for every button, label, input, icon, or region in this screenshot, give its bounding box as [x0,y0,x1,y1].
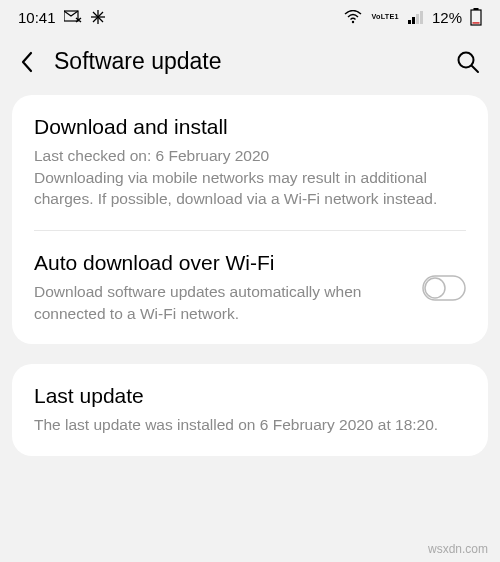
svg-point-13 [459,52,474,67]
message-icon [64,10,82,24]
volte-label: VoLTE1 [371,13,398,21]
settings-card: Download and install Last checked on: 6 … [12,95,488,344]
status-time: 10:41 [18,9,56,26]
status-right: VoLTE1 12% [344,8,482,26]
svg-rect-7 [412,17,415,24]
svg-point-16 [425,278,445,298]
last-update-title: Last update [34,384,466,408]
svg-rect-9 [420,11,423,24]
page-title: Software update [54,48,456,75]
last-update-desc: The last update was installed on 6 Febru… [34,414,466,436]
wifi-icon [344,10,362,24]
download-desc: Last checked on: 6 February 2020 Downloa… [34,145,466,210]
battery-icon [470,8,482,26]
auto-download-toggle[interactable] [422,275,466,301]
svg-rect-8 [416,14,419,24]
status-bar: 10:41 VoLTE1 12% [0,0,500,34]
header: Software update [0,34,500,95]
watermark: wsxdn.com [428,542,488,556]
last-update-card: Last update The last update was installe… [12,364,488,456]
svg-rect-6 [408,20,411,24]
back-button[interactable] [20,51,34,73]
battery-percent: 12% [432,9,462,26]
svg-point-5 [351,21,353,23]
search-button[interactable] [456,50,480,74]
download-title: Download and install [34,115,466,139]
last-update-item[interactable]: Last update The last update was installe… [12,364,488,456]
search-icon [456,50,480,74]
snowflake-icon [90,9,106,25]
download-install-item[interactable]: Download and install Last checked on: 6 … [12,95,488,230]
auto-download-item[interactable]: Auto download over Wi-Fi Download softwa… [12,231,488,344]
volte-icon: VoLTE1 [370,13,400,21]
status-left: 10:41 [18,9,106,26]
auto-desc: Download software updates automatically … [34,281,406,324]
signal-icon [408,10,424,24]
auto-title: Auto download over Wi-Fi [34,251,406,275]
svg-rect-12 [473,22,480,24]
svg-line-14 [472,66,478,72]
